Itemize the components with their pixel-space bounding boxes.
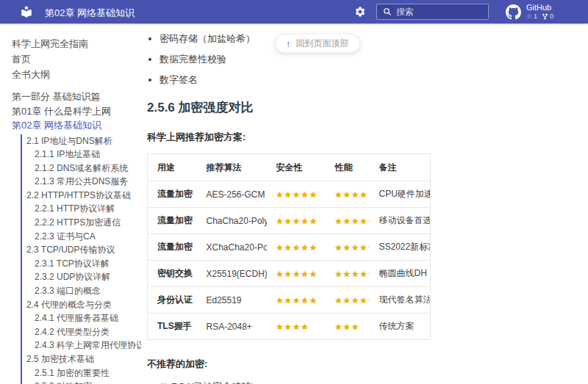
search-box[interactable] (376, 4, 489, 20)
cell-note: SS2022新标准 (370, 234, 431, 261)
cell-use: 流量加密 (148, 208, 197, 234)
cell-note: 现代签名算法 (370, 287, 431, 314)
table-row: 流量加密AES-256-GCM★★★★★★★★★CPU硬件加速 (148, 181, 431, 208)
not-recommended-heading: 不推荐的加密: (147, 358, 588, 371)
cell-use: TLS握手 (148, 314, 197, 340)
sidebar-subitem[interactable]: 2.5.2 对称加密 (22, 380, 141, 384)
star-icon: ☆ (526, 12, 532, 21)
table-row: 密钥交换X25519(ECDH)★★★★★★★★★★椭圆曲线DH (148, 261, 431, 287)
back-to-top-label: 回到页面顶部 (296, 37, 349, 50)
star-rating: ★★★★★ (276, 243, 318, 252)
cell-use: 密钥交换 (148, 261, 197, 287)
sidebar-subitem[interactable]: 2.5 加密技术基础 (22, 352, 141, 366)
sidebar: 科学上网完全指南首页全书大纲 第一部分 基础知识篇第01章 什么是科学上网第02… (0, 23, 141, 384)
cell-use: 流量加密 (148, 234, 197, 261)
cell-performance-rating: ★★★ (326, 314, 370, 340)
top-navbar: 第02章 网络基础知识 GitHub ☆1 0 (0, 0, 588, 23)
back-to-top-button[interactable]: ↑ 回到页面顶部 (275, 34, 360, 53)
cell-algorithm: AES-256-GCM (197, 181, 267, 208)
sidebar-subitem[interactable]: 2.1.1 IP地址基础 (22, 148, 141, 162)
page-title[interactable]: 第02章 网络基础知识 (45, 7, 135, 20)
star-rating: ★★★★ (276, 322, 309, 331)
sidebar-subitem[interactable]: 2.2.3 证书与CA (22, 230, 141, 244)
cell-performance-rating: ★★★★★ (326, 287, 370, 314)
sidebar-part-group: 第一部分 基础知识篇第01章 什么是科学上网第02章 网络基础知识 (12, 90, 141, 133)
gear-icon[interactable] (354, 6, 366, 18)
table-header-cell: 备注 (370, 154, 431, 181)
sidebar-subitem[interactable]: 2.2.1 HTTP协议详解 (22, 202, 141, 216)
star-rating: ★★★ (335, 322, 360, 331)
table-header-cell: 用途 (148, 154, 197, 181)
cell-algorithm: XChaCha20-Poly1305 (197, 234, 267, 261)
github-label: GitHub (526, 3, 553, 12)
sidebar-item[interactable]: 首页 (12, 51, 141, 67)
list-item: 密码存储（加盐哈希） (159, 32, 588, 46)
star-rating: ★★★★★ (276, 190, 318, 199)
sidebar-item[interactable]: 第一部分 基础知识篇 (12, 90, 141, 104)
cell-security-rating: ★★★★★ (267, 261, 326, 287)
table-row: 身份认证Ed25519★★★★★★★★★★现代签名算法 (148, 287, 431, 314)
book-logo-icon[interactable] (20, 5, 33, 18)
cell-performance-rating: ★★★★★ (326, 234, 370, 261)
cell-security-rating: ★★★★★ (267, 181, 326, 208)
cell-algorithm: RSA-2048+ (197, 314, 267, 340)
cell-use: 身份认证 (148, 287, 197, 314)
sidebar-subitem[interactable]: 2.3.2 UDP协议详解 (22, 270, 141, 284)
cell-performance-rating: ★★★★★ (326, 261, 370, 287)
cell-algorithm: ChaCha20-Poly1305 (197, 208, 267, 234)
cell-note: CPU硬件加速 (370, 181, 431, 208)
table-header-cell: 推荐算法 (197, 154, 267, 181)
sidebar-subitem[interactable]: 2.2 HTTP/HTTPS协议基础 (22, 189, 141, 203)
sidebar-subitem[interactable]: 2.4.2 代理类型分类 (22, 325, 141, 339)
cell-security-rating: ★★★★ (267, 314, 326, 340)
sidebar-subitem[interactable]: 2.4.3 科学上网常用代理协议 (22, 338, 141, 352)
sidebar-item[interactable]: 第01章 什么是科学上网 (12, 104, 141, 119)
sidebar-subitem[interactable]: 2.4 代理的概念与分类 (22, 298, 141, 312)
sidebar-subitem[interactable]: 2.2.2 HTTPS加密通信 (22, 216, 141, 230)
cell-security-rating: ★★★★★ (267, 287, 326, 314)
arrow-up-icon: ↑ (286, 38, 291, 49)
github-fork-count: 0 (550, 12, 553, 21)
github-stats: ☆1 0 (526, 12, 553, 21)
sidebar-chapter-subtree: 2.1 IP地址与DNS解析2.1.1 IP地址基础2.1.2 DNS域名解析系… (21, 134, 141, 384)
list-item: ✖RC4(已被完全破解) (159, 380, 588, 384)
list-item: 数字签名 (159, 73, 588, 87)
not-recommended-list: ✖RC4(已被完全破解)✖DES/3DES(密钥过短,已淘汰)✖MD5用于安全目… (147, 380, 588, 384)
github-link[interactable]: GitHub ☆1 0 (506, 3, 553, 21)
star-rating: ★★★★ (335, 190, 368, 199)
sidebar-subitem[interactable]: 2.5.1 加密的重要性 (22, 366, 141, 380)
list-item-text: RC4(已被完全破解) (171, 381, 254, 384)
sidebar-subitem[interactable]: 2.3 TCP/UDP传输协议 (22, 243, 141, 257)
sidebar-subitem[interactable]: 2.3.3 端口的概念 (22, 284, 141, 298)
sidebar-subitem[interactable]: 2.3.1 TCP协议详解 (22, 257, 141, 271)
sidebar-subitem[interactable]: 2.1.3 常用公共DNS服务 (22, 175, 141, 189)
sidebar-subitem[interactable]: 2.1 IP地址与DNS解析 (22, 134, 141, 148)
main-content: 密码存储（加盐哈希）数据完整性校验数字签名 2.5.6 加密强度对比 科学上网推… (147, 23, 588, 384)
table-row: TLS握手RSA-2048+★★★★★★★传统方案 (148, 314, 431, 340)
cell-performance-rating: ★★★★★ (326, 208, 370, 234)
encryption-comparison-table: 用途推荐算法安全性性能备注 流量加密AES-256-GCM★★★★★★★★★CP… (147, 153, 431, 340)
github-octocat-icon (506, 4, 521, 20)
star-rating: ★★★★★ (335, 296, 370, 305)
star-rating: ★★★★★ (276, 296, 318, 305)
star-rating: ★★★★★ (335, 217, 370, 225)
table-header-row: 用途推荐算法安全性性能备注 (148, 154, 431, 181)
star-rating: ★★★★★ (276, 269, 318, 278)
table-header-cell: 安全性 (267, 154, 326, 181)
sidebar-item[interactable]: 全书大纲 (12, 67, 141, 82)
bullet-list: 密码存储（加盐哈希）数据完整性校验数字签名 (147, 32, 588, 87)
section-heading: 2.5.6 加密强度对比 (147, 99, 588, 116)
sidebar-item[interactable]: 科学上网完全指南 (12, 36, 141, 51)
star-rating: ★★★★★ (276, 217, 318, 225)
sidebar-item-active[interactable]: 第02章 网络基础知识 (12, 118, 141, 133)
table-row: 流量加密ChaCha20-Poly1305★★★★★★★★★★移动设备首选 (148, 208, 431, 234)
cell-security-rating: ★★★★★ (267, 208, 326, 234)
search-input[interactable] (396, 7, 482, 17)
github-star-count: 1 (534, 12, 537, 21)
sidebar-subitem[interactable]: 2.1.2 DNS域名解析系统 (22, 162, 141, 175)
cell-use: 流量加密 (148, 181, 197, 208)
cell-note: 传统方案 (370, 314, 431, 340)
sidebar-subitem[interactable]: 2.4.1 代理服务器基础 (22, 311, 141, 325)
cell-performance-rating: ★★★★ (326, 181, 370, 208)
cross-icon: ✖ (159, 381, 168, 384)
